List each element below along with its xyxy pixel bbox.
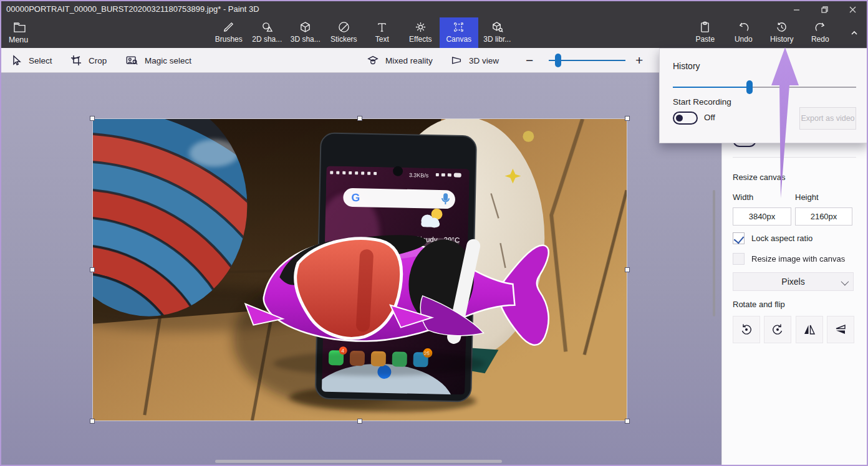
history-clock-icon xyxy=(776,21,788,33)
tab-canvas[interactable]: Canvas xyxy=(440,17,478,48)
select-tool[interactable]: Select xyxy=(10,48,52,73)
selection-handle-bottom-left[interactable] xyxy=(90,419,95,424)
toggle-knob xyxy=(676,115,683,121)
canvas-icon xyxy=(453,21,465,33)
effects-icon xyxy=(415,21,427,33)
redo-icon xyxy=(814,21,826,33)
3d-view-button[interactable]: 3D view xyxy=(450,48,499,73)
history-slider-thumb[interactable] xyxy=(746,80,753,94)
title-bar: 00000PORTRAIT_00000_BURST202003211807538… xyxy=(0,0,868,17)
resize-image-checkbox[interactable] xyxy=(733,253,745,265)
history-panel-title: History xyxy=(673,61,700,71)
annotation-arrow xyxy=(764,44,808,202)
folder-icon xyxy=(14,22,26,32)
chevron-down-icon xyxy=(841,278,849,286)
paste-icon xyxy=(699,21,711,33)
units-value: Pixels xyxy=(781,277,804,287)
tab-stickers[interactable]: Stickers xyxy=(325,17,364,48)
menu-button[interactable]: Menu xyxy=(0,17,40,48)
width-label: Width xyxy=(733,193,753,202)
resize-image-label: Resize image with canvas xyxy=(751,254,845,264)
history-slider-fill xyxy=(673,87,750,88)
width-input[interactable] xyxy=(733,207,791,226)
export-as-video-button[interactable]: Export as video xyxy=(799,107,856,130)
ribbon: Menu Brushes 2D sha... 3D sha... Sticker… xyxy=(0,17,868,48)
canvas-workspace[interactable]: 3.3KB/s G xyxy=(0,73,721,466)
window-title: 00000PORTRAIT_00000_BURST202003211807538… xyxy=(0,4,259,14)
lock-aspect-ratio-row[interactable]: Lock aspect ratio xyxy=(733,232,813,244)
google-g: G xyxy=(351,191,360,204)
selection-handle-top-left[interactable] xyxy=(90,116,95,121)
paint3d-window: 00000PORTRAIT_00000_BURST202003211807538… xyxy=(0,0,868,466)
rotate-right-button[interactable] xyxy=(764,316,791,343)
horizontal-scrollbar[interactable] xyxy=(215,460,502,463)
cube-icon xyxy=(299,21,311,33)
undo-icon xyxy=(738,21,750,33)
cursor-icon xyxy=(10,54,22,67)
shapes-2d-icon xyxy=(261,21,273,33)
tab-2d-shapes[interactable]: 2D sha... xyxy=(248,17,287,48)
flip-vertical-button[interactable] xyxy=(827,316,854,343)
resize-image-row[interactable]: Resize image with canvas xyxy=(733,253,845,265)
restore-button[interactable] xyxy=(811,1,839,17)
rotate-left-button[interactable] xyxy=(733,316,760,343)
lock-aspect-checkbox[interactable] xyxy=(733,232,745,244)
net-speed-text: 3.3KB/s xyxy=(409,172,429,179)
paste-button[interactable]: Paste xyxy=(686,17,725,48)
tab-text[interactable]: Text xyxy=(363,17,402,48)
toggle-state-label: Off xyxy=(704,113,715,122)
vase-yellow-patch xyxy=(523,131,534,142)
recording-toggle[interactable] xyxy=(673,112,698,125)
close-button[interactable] xyxy=(839,1,867,17)
selection-handle-bottom-center[interactable] xyxy=(357,419,362,424)
brush-icon xyxy=(223,21,234,33)
sticker-icon xyxy=(338,21,350,33)
crop-tool[interactable]: Crop xyxy=(70,48,107,73)
crop-icon xyxy=(70,54,82,67)
mixed-reality-icon xyxy=(367,54,379,67)
3d-view-icon xyxy=(450,54,463,67)
flip-vertical-icon xyxy=(834,323,847,336)
photo-scene: 3.3KB/s G xyxy=(93,119,627,421)
close-icon xyxy=(849,6,856,13)
vertical-scrollbar[interactable] xyxy=(713,190,715,316)
cube-search-icon xyxy=(491,21,503,33)
tab-3d-shapes[interactable]: 3D sha... xyxy=(286,17,325,48)
magic-select-tool[interactable]: Magic select xyxy=(126,48,191,73)
collapse-ribbon-button[interactable] xyxy=(843,17,866,48)
rotate-flip-title: Rotate and flip xyxy=(733,300,785,309)
selection-handle-bottom-right[interactable] xyxy=(625,419,630,424)
chevron-up-icon xyxy=(850,29,859,37)
zoom-slider-thumb[interactable] xyxy=(555,54,561,67)
flip-horizontal-icon xyxy=(803,323,816,336)
zoom-slider[interactable] xyxy=(549,60,625,61)
photo-canvas[interactable]: 3.3KB/s G xyxy=(92,118,627,421)
selection-handle-top-center[interactable] xyxy=(357,116,362,121)
rotate-left-icon xyxy=(740,323,753,336)
start-recording-label: Start Recording xyxy=(673,97,731,107)
selection-handle-mid-left[interactable] xyxy=(90,267,95,272)
undo-button[interactable]: Undo xyxy=(725,17,763,48)
magic-select-icon xyxy=(126,54,138,67)
zoom-out-button[interactable]: − xyxy=(526,48,533,73)
selection-handle-mid-right[interactable] xyxy=(625,267,630,272)
zoom-in-button[interactable]: + xyxy=(635,48,643,73)
google-search-bar: G xyxy=(343,188,455,209)
text-icon xyxy=(376,21,388,33)
mixed-reality-button[interactable]: Mixed reality xyxy=(367,48,433,73)
minimize-icon xyxy=(793,6,800,13)
minimize-button[interactable] xyxy=(783,1,811,17)
restore-icon xyxy=(821,6,828,13)
units-dropdown[interactable]: Pixels xyxy=(733,272,854,291)
lock-aspect-label: Lock aspect ratio xyxy=(751,234,813,243)
selection-handle-top-right[interactable] xyxy=(625,116,630,121)
height-input[interactable] xyxy=(795,207,852,226)
tab-brushes[interactable]: Brushes xyxy=(210,17,248,48)
tab-effects[interactable]: Effects xyxy=(402,17,440,48)
tab-3d-library[interactable]: 3D libr... xyxy=(478,17,517,48)
rotate-right-icon xyxy=(771,323,784,336)
menu-label: Menu xyxy=(9,36,40,44)
flip-horizontal-button[interactable] xyxy=(796,316,823,343)
